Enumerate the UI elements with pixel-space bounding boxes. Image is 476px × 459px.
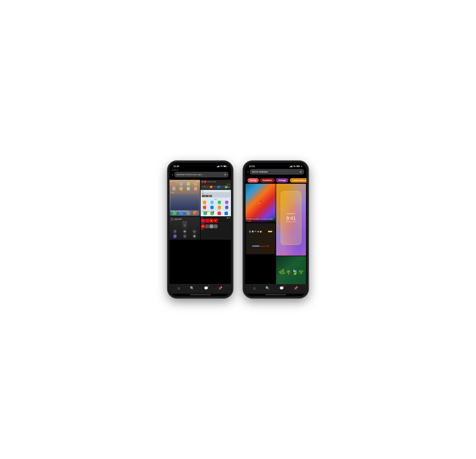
home-indicator-left <box>190 295 211 295</box>
leaf3: 🍃 <box>291 269 298 275</box>
left-phone-screen: 12:20 4G Search <box>170 163 231 296</box>
search-box-left[interactable]: aesthetic homescreen layo... ⚙ <box>174 172 229 177</box>
search-area-left: Search ‹ aesthetic homescreen layo... ⚙ <box>170 168 231 180</box>
pin-card-music[interactable]: 13:08 ♦ ayo morgan leigh ♦ <box>201 190 231 216</box>
left-column: 🍎 IPHONE COLORFUL LIVE WALLPAPER ♥ 1.6k <box>246 184 276 284</box>
wp-colorful-bg: 🍎 <box>246 184 276 222</box>
pin-card-netflix[interactable]: 6:48 📶 4G 🔋 P ▶ ▶ 4 <box>201 217 231 240</box>
sticker-text1: FLASH <box>263 231 268 232</box>
nav-chat-left[interactable]: 💬 <box>204 286 208 290</box>
notch-left <box>187 163 213 168</box>
notch-right <box>263 163 289 168</box>
marble-dots[interactable]: ··· <box>303 251 305 254</box>
lockscreen-time: 9:41 <box>286 216 296 221</box>
tropical-content: 🌿 🌴 🍃 🌿 <box>276 256 306 284</box>
back-chevron-left[interactable]: ‹ <box>172 173 173 177</box>
likes-count-colorful: 1.6k <box>248 220 251 222</box>
music-dots[interactable]: ··· <box>228 213 230 215</box>
wp-colorful-likes: ♥ 1.6k <box>246 220 274 222</box>
signal-icon-left <box>217 165 219 167</box>
chat-icon-left: 💬 <box>204 286 208 290</box>
home-icon-left: ⌂ <box>178 286 180 290</box>
chip-aesthetic[interactable]: Aesthetic <box>260 178 274 183</box>
sticker-super: SUPERMAN <box>252 245 260 247</box>
sticker-logo: 🏷️ <box>257 230 259 232</box>
phones-container: 12:20 4G Search <box>168 161 308 298</box>
leaf1: 🌿 <box>278 268 286 276</box>
music-label: iphone layout! <box>202 210 213 212</box>
wp-sticker-card[interactable]: 🐻 💀 🎮 🏷️ ⭐ FLASH break SUPERMAN Grand Th… <box>246 223 276 254</box>
nav-pin-right[interactable]: 📌 <box>294 286 298 290</box>
bottom-nav-left: ⌂ 🔍 💬 📌 <box>170 284 231 294</box>
wp-tropical-card[interactable]: 🌿 🌴 🍃 🌿 <box>276 256 306 284</box>
back-link-left[interactable]: Search <box>172 169 229 171</box>
sticker-star: ⭐ <box>259 230 262 233</box>
lockscreen-date: Monday, April 9 <box>286 221 296 222</box>
search-area-right: ‹ iphone wallpaper ⚙ <box>245 168 306 177</box>
tropical-leaves: 🌿 🌴 🍃 🌿 <box>276 256 306 284</box>
netflix-content: 6:48 📶 4G 🔋 P ▶ ▶ 4 <box>201 217 231 240</box>
status-icons-right: 4G ⚡ <box>290 165 303 167</box>
chat-icon-right: 💬 <box>280 286 284 290</box>
sticker-gta: Grand Theft <box>260 245 269 247</box>
sticker-cartoon: 🎮 <box>254 230 257 233</box>
chip-lockscreen[interactable]: Lockscreen a <box>290 178 306 183</box>
wp-colorful-card[interactable]: 🍎 IPHONE COLORFUL LIVE WALLPAPER ♥ 1.6k <box>246 184 276 222</box>
status-icons-left: 4G <box>217 165 227 167</box>
nav-pin-left[interactable]: 📌 <box>218 286 222 290</box>
chip-vintage[interactable]: Vintage <box>276 178 289 183</box>
home-indicator-right <box>265 295 286 295</box>
filter-chips: Funny Aesthetic Vintage Lockscreen a <box>245 177 306 184</box>
homescreen-dots[interactable]: ··· <box>197 213 199 215</box>
nav-home-right[interactable]: ⌂ <box>254 286 255 290</box>
nav-chat-right[interactable]: 💬 <box>280 286 284 290</box>
time-left: 12:20 <box>173 165 179 168</box>
nav-search-right[interactable]: 🔍 <box>265 286 270 290</box>
music-screen: 13:08 ♦ ayo morgan leigh ♦ <box>201 190 231 216</box>
search-text-right: iphone wallpaper <box>252 171 268 173</box>
sticker-inner: 🐻 💀 🎮 🏷️ ⭐ FLASH break SUPERMAN Grand Th… <box>246 223 275 254</box>
time-right: 12:23 <box>249 165 255 168</box>
battery-icon-left <box>223 165 227 167</box>
phone-left: 12:20 4G Search <box>168 161 233 298</box>
sticker-content: 🐻 💀 🎮 🏷️ ⭐ FLASH break SUPERMAN Grand Th… <box>246 223 276 254</box>
wp-marble-card[interactable]: 9:41 Monday, April 9 ··· <box>276 184 306 256</box>
pinterest-dots[interactable]: ··· <box>228 185 230 188</box>
pin-icon-left: 📌 <box>218 286 222 290</box>
nav-search-left[interactable]: 🔍 <box>190 286 194 290</box>
pinterest-layout-content: P Instagram • bookmarks APRIL 9 19 <box>201 180 231 189</box>
call-screen: Sarah Smith mobile <box>170 217 200 240</box>
content-area-left: 10:02 selfcare phone music random sports… <box>170 180 231 284</box>
battery-icon-right <box>296 165 300 167</box>
homescreen-label: home screen inspo ♥ <box>170 210 188 212</box>
sticker-break: break <box>268 231 272 232</box>
content-area-right: 🍎 IPHONE COLORFUL LIVE WALLPAPER ♥ 1.6k <box>245 184 306 284</box>
back-chevron-right[interactable]: ‹ <box>247 170 248 174</box>
sticker-bear: 🐻 <box>249 230 251 233</box>
chip-funny[interactable]: Funny <box>247 178 259 183</box>
search-box-right[interactable]: iphone wallpaper ⚙ <box>250 169 304 175</box>
search-row-left: ‹ aesthetic homescreen layo... ⚙ <box>172 172 229 177</box>
pin-card-homescreen[interactable]: 10:02 selfcare phone music random sports… <box>170 180 200 216</box>
pin-card-pinterest[interactable]: P Instagram • bookmarks APRIL 9 19 <box>201 180 231 189</box>
filter-icon-right[interactable]: ⚙ <box>300 170 302 173</box>
chat-dot-left <box>208 286 209 287</box>
home-icon-right: ⌂ <box>254 286 255 290</box>
wallpaper-grid: 🍎 IPHONE COLORFUL LIVE WALLPAPER ♥ 1.6k <box>245 184 306 284</box>
nav-home-left[interactable]: ⌂ <box>178 286 180 290</box>
pin-card-call[interactable]: Sarah Smith mobile <box>170 217 200 240</box>
charging-bolt-right: ⚡ <box>301 165 303 167</box>
leaf4: 🌿 <box>298 269 304 275</box>
heart-icon-colorful: ♥ <box>246 220 247 222</box>
sticker-skulls: 💀 <box>252 230 254 232</box>
bottom-nav-right: ⌂ 🔍 💬 📌 <box>245 284 306 294</box>
phone-right: 12:23 4G ⚡ <box>243 161 308 298</box>
search-row-right: ‹ iphone wallpaper ⚙ <box>247 169 304 175</box>
right-column: 9:41 Monday, April 9 ··· 🌿 � <box>276 184 306 284</box>
right-phone-screen: 12:23 4G ⚡ <box>245 163 306 296</box>
wp-colorful-label: IPHONE COLORFUL LIVE WALLPAPER <box>246 218 274 220</box>
iphone-frame-mockup: 9:41 Monday, April 9 <box>280 191 301 245</box>
filter-icon-left[interactable]: ⚙ <box>224 173 226 176</box>
pin-grid-left: 10:02 selfcare phone music random sports… <box>170 180 231 240</box>
iphone-notch-mockup <box>287 213 296 214</box>
